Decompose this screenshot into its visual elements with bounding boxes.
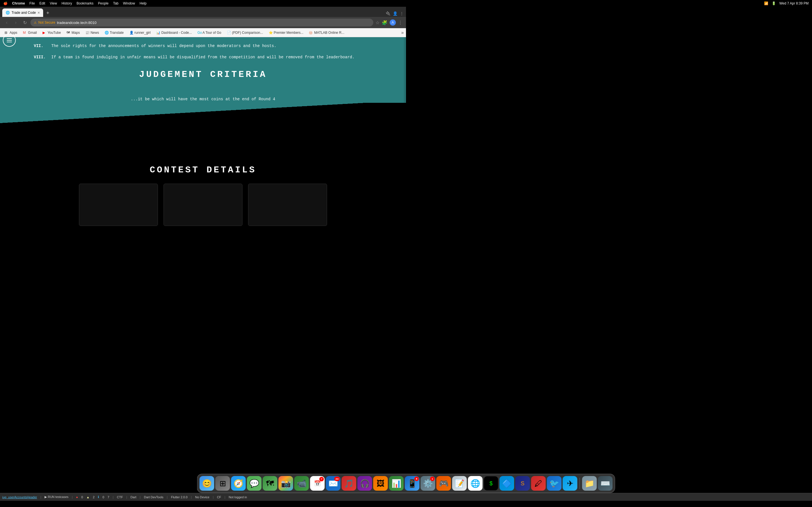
new-tab-button[interactable]: +	[44, 9, 52, 17]
runner-girl-icon: 👤	[130, 31, 133, 35]
bookmark-maps-label: Maps	[71, 31, 80, 35]
bookmark-dashboard-label: Dashboard - Code...	[161, 31, 192, 35]
bookmark-youtube-label: YouTube	[48, 31, 61, 35]
contest-section: CONTEST DETAILS	[0, 159, 406, 231]
bookmarks-more-button[interactable]: »	[401, 30, 404, 35]
contest-card-2	[163, 184, 243, 226]
contest-cards	[17, 184, 389, 226]
pdf-icon: 📄	[227, 31, 231, 35]
tab-close-button[interactable]: ×	[38, 10, 40, 15]
bookmark-translate[interactable]: 🌐 Translate	[102, 30, 126, 36]
rules-section: VII. The sole rights for the announcemen…	[0, 37, 406, 103]
tab-label: Trade and Code	[11, 11, 36, 15]
url-prefix: Not Secure	[38, 20, 55, 24]
bookmark-gmail-label: Gmail	[28, 31, 37, 35]
hamburger-line-2	[7, 40, 12, 41]
system-menubar: 🍎 Chrome File Edit View History Bookmark…	[0, 0, 406, 7]
bookmark-youtube[interactable]: ▶ YouTube	[40, 30, 63, 36]
hamburger-line-3	[7, 42, 12, 42]
tab-bar: 🌐 Trade and Code × + 🔌 👤 ⋮	[0, 7, 406, 17]
rule-vii-number: VII.	[34, 43, 48, 50]
bookmark-premier-label: Premier Members...	[274, 31, 303, 35]
rule-viii-number: VIII.	[34, 54, 48, 61]
app-name[interactable]: Chrome	[12, 1, 25, 5]
translate-icon: 🌐	[105, 31, 109, 35]
tab-bar-icon-profile[interactable]: 👤	[393, 11, 398, 16]
menu-tab[interactable]: Tab	[113, 1, 118, 5]
more-options-icon[interactable]: ⋮	[398, 20, 403, 25]
rule-vii-item: VII. The sole rights for the announcemen…	[34, 43, 372, 50]
bookmark-runner-girl-label: runner_girl	[135, 31, 151, 35]
menu-window[interactable]: Window	[123, 1, 135, 5]
browser-content: VII. The sole rights for the announcemen…	[0, 37, 406, 256]
bookmark-news-label: News	[91, 31, 99, 35]
active-tab[interactable]: 🌐 Trade and Code ×	[2, 8, 43, 17]
matlab-icon: Ⓜ	[309, 31, 313, 35]
bookmarks-bar: ⊞ Apps M Gmail ▶ YouTube 🗺 Maps 📰 News 🌐…	[0, 28, 406, 37]
teal-triangle	[0, 103, 406, 125]
dashboard-icon: 📊	[156, 31, 160, 35]
menu-edit[interactable]: Edit	[40, 1, 45, 5]
bookmark-matlab[interactable]: Ⓜ MATLAB Online R...	[307, 30, 347, 36]
judgement-title: JUDGEMENT CRITERIA	[34, 69, 372, 80]
scrollbar-thumb[interactable]	[404, 103, 406, 131]
bookmark-gmail[interactable]: M Gmail	[20, 30, 39, 36]
menu-help[interactable]: Help	[140, 1, 147, 5]
menu-file[interactable]: File	[29, 1, 35, 5]
news-icon: 📰	[86, 31, 89, 35]
gmail-icon: M	[23, 31, 27, 35]
menu-history[interactable]: History	[61, 1, 72, 5]
security-icon: ⚠	[34, 21, 37, 24]
maps-icon: 🗺	[66, 31, 70, 35]
tour-of-go-icon: Go	[197, 31, 201, 35]
bookmark-pdf-label: (PDF) Comparison...	[232, 31, 263, 35]
back-button[interactable]: ‹	[3, 19, 10, 26]
bookmark-tour-of-go-label: A Tour of Go	[202, 31, 221, 35]
rule-viii-item: VIII. If a team is found indulging in un…	[34, 54, 372, 61]
bookmark-star-icon[interactable]: ☆	[375, 20, 379, 25]
apple-menu[interactable]: 🍎	[3, 1, 8, 5]
url-bar[interactable]: ⚠ Not Secure tradeandcode.tech:8010	[31, 18, 373, 26]
bookmark-premier[interactable]: ⭐ Premier Members...	[266, 30, 306, 36]
youtube-icon: ▶	[43, 31, 47, 35]
judgement-section: JUDGEMENT CRITERIA I. Submission for all…	[34, 61, 372, 103]
rule-vii-text: The sole rights for the announcements of…	[51, 43, 276, 50]
menu-bookmarks[interactable]: Bookmarks	[77, 1, 94, 5]
tab-bar-icon-more[interactable]: ⋮	[400, 11, 404, 16]
rule-viii-text: If a team is found indulging in unfair m…	[51, 54, 354, 61]
bookmark-translate-label: Translate	[110, 31, 124, 35]
address-bar: ‹ › ↻ ⚠ Not Secure tradeandcode.tech:801…	[0, 17, 406, 28]
bookmark-tour-of-go[interactable]: Go A Tour of Go	[195, 30, 223, 36]
black-section	[0, 103, 406, 159]
browser-window: 🌐 Trade and Code × + 🔌 👤 ⋮ ‹ › ↻ ⚠ Not S…	[0, 7, 406, 256]
premier-icon: ⭐	[269, 31, 273, 35]
bookmark-runner-girl[interactable]: 👤 runner_girl	[127, 30, 153, 36]
extension-puzzle-icon[interactable]: 🧩	[382, 20, 388, 25]
bookmark-news[interactable]: 📰 News	[83, 30, 101, 36]
tab-bar-icon-extensions[interactable]: 🔌	[386, 11, 391, 16]
hamburger-line-1	[7, 38, 12, 39]
forward-button[interactable]: ›	[12, 19, 19, 26]
judgement-rule-2-partial: ...it be which will have the most coins …	[34, 96, 372, 103]
menu-people[interactable]: People	[98, 1, 109, 5]
contest-card-1	[79, 184, 158, 226]
scrollbar[interactable]	[404, 37, 406, 256]
contest-card-3	[248, 184, 327, 226]
url-text: tradeandcode.tech:8010	[57, 20, 96, 25]
bookmark-pdf[interactable]: 📄 (PDF) Comparison...	[225, 30, 265, 36]
address-bar-actions: ☆ 🧩 A ⋮	[375, 19, 403, 25]
bookmark-dashboard[interactable]: 📊 Dashboard - Code...	[154, 30, 194, 36]
tab-favicon: 🌐	[6, 11, 10, 15]
profile-avatar[interactable]: A	[390, 19, 396, 25]
menubar-left: 🍎 Chrome File Edit View History Bookmark…	[3, 1, 147, 5]
diagonal-area: ...it be which will have the most coins …	[34, 96, 372, 103]
bookmark-maps[interactable]: 🗺 Maps	[64, 30, 82, 36]
reload-button[interactable]: ↻	[21, 19, 28, 26]
menu-view[interactable]: View	[50, 1, 57, 5]
bookmark-matlab-label: MATLAB Online R...	[314, 31, 344, 35]
contest-title: CONTEST DETAILS	[17, 165, 389, 175]
